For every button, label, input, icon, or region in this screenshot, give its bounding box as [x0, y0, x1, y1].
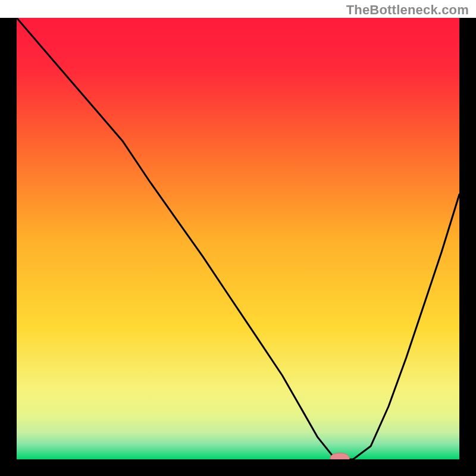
frame-right	[459, 18, 476, 476]
frame-bottom	[0, 459, 476, 476]
frame-left	[0, 18, 17, 476]
bottleneck-chart	[0, 18, 476, 476]
attribution-label: TheBottleneck.com	[346, 2, 469, 18]
